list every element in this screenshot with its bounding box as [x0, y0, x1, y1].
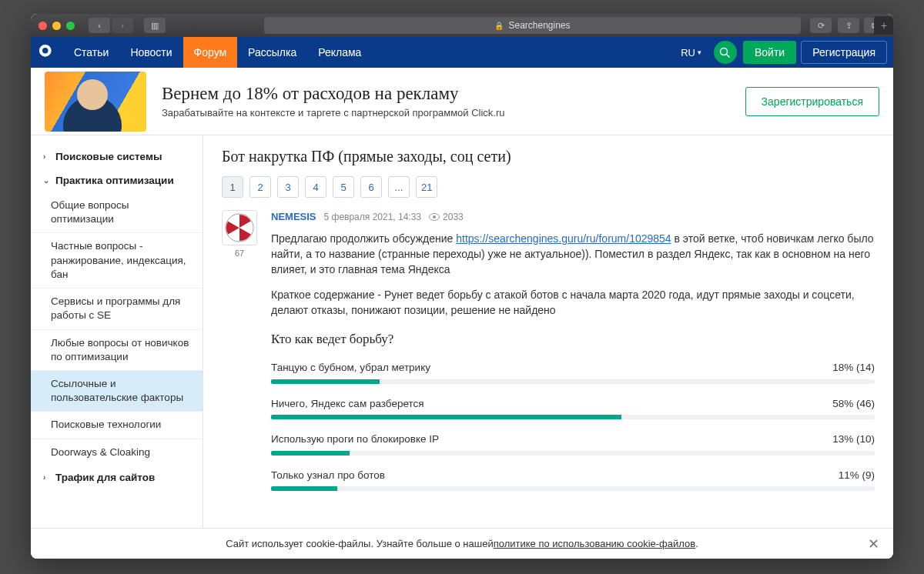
sidebar-cat-optimization[interactable]: ⌄ Практика оптимизации: [31, 169, 203, 192]
sidebar-cat-label: Трафик для сайтов: [55, 472, 155, 483]
poll-option-value: 18% (14): [832, 360, 875, 375]
svg-point-7: [433, 215, 436, 219]
traffic-min-icon[interactable]: [52, 22, 61, 30]
poll-option-label: Ничего, Яндекс сам разберется: [271, 396, 424, 412]
cookie-dot: .: [695, 538, 698, 549]
register-button[interactable]: Регистрация: [801, 41, 887, 64]
poll-option-label: Только узнал про ботов: [271, 468, 385, 483]
banner-cta-button[interactable]: Зарегистрироваться: [745, 87, 879, 116]
page-button[interactable]: 21: [416, 176, 437, 198]
poll-bar: [271, 486, 875, 491]
poll-option[interactable]: Использую проги по блокировке IP13% (10): [271, 432, 875, 456]
post-paragraph: Предлагаю продолжить обсуждение https://…: [271, 231, 875, 278]
banner-image: [45, 72, 146, 132]
nav-link-0[interactable]: Статьи: [63, 37, 119, 68]
share-button[interactable]: ⇪: [838, 18, 859, 33]
poll-option-value: 11% (9): [839, 468, 875, 483]
poll-bar: [271, 451, 875, 456]
nav-link-2[interactable]: Форум: [183, 37, 238, 68]
post-date: 5 февраля 2021, 14:33: [324, 211, 422, 224]
post-text-fragment: Предлагаю продолжить обсуждение: [271, 232, 456, 245]
login-button[interactable]: Войти: [743, 41, 796, 64]
post-views: 2033: [429, 211, 464, 224]
forum-post: 67 NEMESIS 5 февраля 2021, 14:33 2033 Пр…: [222, 210, 875, 503]
page-button[interactable]: 5: [333, 176, 354, 198]
thread-title: Бот накрутка ПФ (прямые заходы, соц сети…: [222, 148, 875, 165]
page-button[interactable]: 1: [222, 176, 243, 198]
sidebar-item[interactable]: Любые вопросы от новичков по оптимизации: [31, 330, 203, 371]
svg-point-1: [42, 48, 49, 54]
sidebar-item[interactable]: Частные вопросы - ранжирование, индексац…: [31, 233, 203, 289]
poll-bar: [271, 379, 875, 384]
sidebar-cat-search-systems[interactable]: › Поисковые системы: [31, 145, 203, 169]
site-logo[interactable]: [31, 37, 63, 68]
reload-button[interactable]: ⟳: [810, 18, 832, 33]
sidebar-cat-label: Поисковые системы: [55, 151, 162, 162]
svg-rect-2: [47, 56, 55, 64]
page-button[interactable]: 3: [277, 176, 299, 198]
views-count: 2033: [443, 211, 464, 224]
main-content: Бот накрутка ПФ (прямые заходы, соц сети…: [203, 135, 893, 528]
search-button[interactable]: [714, 41, 737, 64]
site-navbar: СтатьиНовостиФорумРассылкаРеклама RU ▾ В…: [31, 37, 893, 68]
sidebar: › Поисковые системы ⌄ Практика оптимизац…: [31, 135, 203, 528]
address-text: Searchengines: [508, 20, 570, 31]
cookie-banner: Сайт использует cookie-файлы. Узнайте бо…: [31, 528, 893, 559]
author-avatar[interactable]: [222, 210, 257, 245]
poll-option-label: Использую проги по блокировке IP: [271, 432, 439, 447]
page-button[interactable]: ...: [388, 176, 410, 198]
post-paragraph: Краткое содержание - Рунет ведет борьбу …: [271, 287, 875, 319]
traffic-close-icon[interactable]: [38, 22, 47, 30]
close-icon[interactable]: ✕: [868, 536, 879, 552]
sidebar-cat-label: Практика оптимизации: [55, 175, 174, 186]
sidebar-item[interactable]: Doorways & Cloaking: [31, 439, 203, 466]
cookie-policy-link[interactable]: политике по использованию cookie-файлов: [494, 538, 696, 549]
forward-button[interactable]: ›: [112, 18, 133, 33]
page-button[interactable]: 2: [249, 176, 271, 198]
poll-option[interactable]: Только узнал про ботов11% (9): [271, 468, 875, 492]
promo-banner: Вернем до 18% от расходов на рекламу Зар…: [31, 68, 893, 135]
sidebar-item[interactable]: Сервисы и программы для работы с SE: [31, 289, 203, 329]
traffic-max-icon[interactable]: [66, 22, 75, 30]
back-button[interactable]: ‹: [89, 18, 110, 33]
chevron-right-icon: ›: [43, 473, 49, 482]
nav-link-4[interactable]: Реклама: [307, 37, 372, 68]
banner-subtitle: Зарабатывайте на контексте и таргете с п…: [162, 107, 730, 118]
chevron-down-icon: ▾: [698, 48, 701, 56]
cookie-text: Сайт использует cookie-файлы. Узнайте бо…: [226, 538, 493, 549]
address-bar[interactable]: 🔒 Searchengines: [264, 17, 801, 34]
poll-option[interactable]: Танцую с бубном, убрал метрику18% (14): [271, 360, 875, 384]
eye-icon: [429, 213, 440, 221]
new-tab-button[interactable]: +: [874, 16, 893, 35]
poll-option-label: Танцую с бубном, убрал метрику: [271, 360, 430, 375]
chevron-down-icon: ⌄: [43, 176, 49, 185]
poll-option-value: 13% (10): [832, 432, 875, 447]
page-button[interactable]: 4: [305, 176, 326, 198]
poll-option[interactable]: Ничего, Яндекс сам разберется58% (46): [271, 396, 875, 420]
language-selector[interactable]: RU ▾: [675, 47, 708, 58]
browser-window: ‹ › ▥ 🔒 Searchengines ⟳ ⇪ ⧉ + СтатьиНово…: [31, 14, 893, 559]
lock-icon: 🔒: [494, 22, 504, 30]
author-score: 67: [222, 249, 257, 258]
banner-title: Вернем до 18% от расходов на рекламу: [162, 84, 730, 104]
pagination: 123456...21: [222, 176, 875, 198]
nav-link-1[interactable]: Новости: [119, 37, 182, 68]
sidebar-item[interactable]: Общие вопросы оптимизации: [31, 192, 203, 233]
chevron-right-icon: ›: [43, 152, 49, 161]
sidebar-item[interactable]: Ссылочные и пользовательские факторы: [31, 371, 203, 412]
author-name[interactable]: NEMESIS: [271, 210, 316, 225]
page-button[interactable]: 6: [360, 176, 382, 198]
sidebar-item[interactable]: Поисковые технологии: [31, 412, 203, 439]
nav-link-3[interactable]: Рассылка: [237, 37, 307, 68]
titlebar: ‹ › ▥ 🔒 Searchengines ⟳ ⇪ ⧉ +: [31, 14, 893, 37]
post-link[interactable]: https://searchengines.guru/ru/forum/1029…: [456, 232, 671, 245]
svg-point-3: [721, 48, 728, 55]
svg-line-4: [727, 54, 730, 57]
sidebar-cat-traffic[interactable]: › Трафик для сайтов: [31, 466, 203, 489]
sidebar-toggle-icon[interactable]: ▥: [144, 18, 166, 33]
language-label: RU: [681, 47, 695, 58]
poll-title: Кто как ведет борьбу?: [271, 330, 875, 349]
umbrella-icon: [225, 213, 254, 242]
poll-options: Танцую с бубном, убрал метрику18% (14)Ни…: [271, 360, 875, 491]
poll-option-value: 58% (46): [832, 396, 875, 412]
